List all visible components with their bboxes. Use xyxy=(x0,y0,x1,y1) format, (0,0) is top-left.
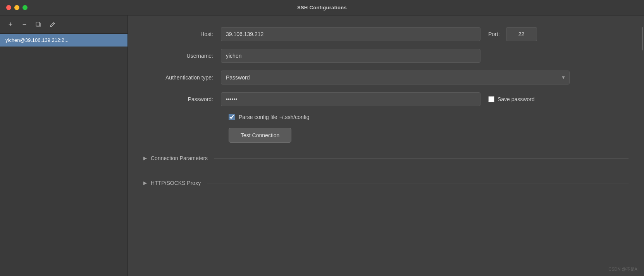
host-row: Host: Port: xyxy=(143,27,629,41)
add-button[interactable]: + xyxy=(5,19,15,29)
sidebar-item-ssh[interactable]: yichen@39.106.139.212:2... xyxy=(0,34,127,47)
test-connection-button[interactable]: Test Connection xyxy=(229,128,291,143)
window-controls xyxy=(6,5,28,10)
close-button[interactable] xyxy=(6,5,11,10)
host-input[interactable] xyxy=(221,27,480,41)
save-password-wrapper: Save password xyxy=(488,96,535,102)
titlebar: SSH Configurations xyxy=(0,0,644,16)
test-connection-row: Test Connection xyxy=(229,128,629,143)
minimize-button[interactable] xyxy=(14,5,19,10)
auth-type-row: Authentication type: Password Key pair A… xyxy=(143,71,629,85)
connection-parameters-title: Connection Parameters xyxy=(151,155,208,161)
http-socks-proxy-title: HTTP/SOCKS Proxy xyxy=(151,180,201,186)
port-wrapper: Port: xyxy=(488,27,537,41)
save-password-label[interactable]: Save password xyxy=(498,96,535,102)
copy-button[interactable] xyxy=(33,19,43,29)
sidebar: + − yichen@39.106.139.212:2... xyxy=(0,16,128,276)
auth-type-wrapper: Password Key pair Agent ▼ xyxy=(221,71,570,85)
password-row: Password: Save password xyxy=(143,92,629,106)
connection-parameters-section[interactable]: ▶ Connection Parameters xyxy=(143,154,629,163)
svg-rect-1 xyxy=(36,22,40,26)
edit-button[interactable] xyxy=(47,19,57,29)
port-input[interactable] xyxy=(506,27,537,41)
auth-type-select[interactable]: Password Key pair Agent xyxy=(221,71,570,85)
section-divider-line-2 xyxy=(207,183,629,183)
username-row: Username: xyxy=(143,49,629,63)
host-label: Host: xyxy=(143,31,221,37)
parse-config-checkbox[interactable] xyxy=(229,114,235,120)
parse-config-row: Parse config file ~/.ssh/config xyxy=(229,114,629,120)
sidebar-list: yichen@39.106.139.212:2... xyxy=(0,34,127,276)
username-label: Username: xyxy=(143,53,221,59)
remove-button[interactable]: − xyxy=(19,19,29,29)
content-area: Host: Port: Username: Authentication typ… xyxy=(128,16,644,276)
window-title: SSH Configurations xyxy=(297,5,347,10)
section-divider-line xyxy=(214,158,629,159)
auth-type-label: Authentication type: xyxy=(143,74,221,81)
save-password-checkbox[interactable] xyxy=(488,96,494,102)
port-label: Port: xyxy=(488,31,500,37)
main-layout: + − yichen@39.106.139.212:2... Host: xyxy=(0,16,644,276)
chevron-right-icon-2: ▶ xyxy=(143,180,147,186)
maximize-button[interactable] xyxy=(22,5,28,10)
scrollbar-indicator[interactable] xyxy=(642,27,643,50)
password-label: Password: xyxy=(143,96,221,102)
chevron-right-icon: ▶ xyxy=(143,155,147,161)
watermark: CSDN @不是AI xyxy=(608,266,639,272)
http-socks-proxy-section[interactable]: ▶ HTTP/SOCKS Proxy xyxy=(143,178,629,188)
username-input[interactable] xyxy=(221,49,480,63)
password-input[interactable] xyxy=(221,92,480,106)
parse-config-label[interactable]: Parse config file ~/.ssh/config xyxy=(239,114,310,120)
sidebar-toolbar: + − xyxy=(0,16,127,34)
